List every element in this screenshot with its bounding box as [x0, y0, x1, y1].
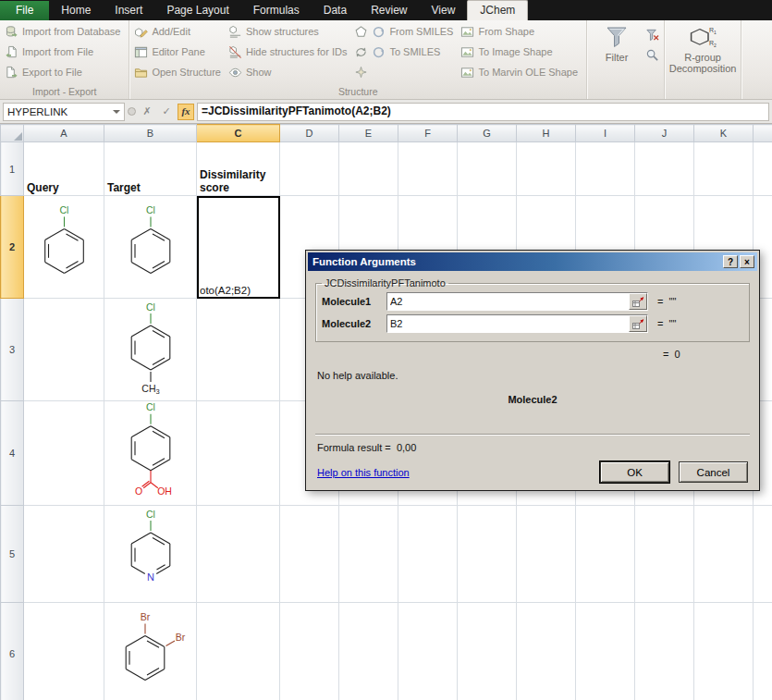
cell-A3[interactable]: [24, 299, 104, 401]
tab-data[interactable]: Data: [312, 1, 359, 20]
cell-partial-6[interactable]: [754, 603, 772, 700]
ring-tool-button[interactable]: [352, 21, 370, 42]
column-header-B[interactable]: B: [104, 125, 197, 142]
cell-C3[interactable]: [197, 299, 280, 401]
cell-partial-5[interactable]: [754, 506, 772, 603]
dialog-help-button[interactable]: ?: [723, 255, 738, 268]
cancel-button[interactable]: Cancel: [679, 461, 748, 483]
cell-B5[interactable]: NCl: [104, 506, 197, 603]
cell-B2[interactable]: Cl: [104, 196, 197, 299]
tab-page-layout[interactable]: Page Layout: [154, 1, 240, 20]
convert-tool-button[interactable]: [352, 42, 370, 62]
insert-function-button[interactable]: fx: [178, 104, 194, 120]
column-header-partial[interactable]: [754, 125, 772, 142]
cell-B4[interactable]: ClOOH: [104, 401, 197, 506]
cell-F1[interactable]: [398, 142, 458, 196]
help-on-function-link[interactable]: Help on this function: [317, 467, 410, 478]
rgroup-decomposition-button[interactable]: R1R2 R-group Decomposition: [668, 21, 738, 74]
ribbon-button-open-structure[interactable]: Open Structure: [132, 62, 227, 82]
formula-input[interactable]: =JCDissimilarityPFTanimoto(A2;B2): [197, 103, 769, 121]
ribbon-button-show[interactable]: Show: [227, 62, 352, 82]
ribbon-button-export-to-file[interactable]: Export to File: [3, 62, 126, 82]
tab-file[interactable]: File: [0, 1, 49, 20]
name-box[interactable]: HYPERLINK: [3, 103, 125, 121]
cell-E5[interactable]: [339, 506, 398, 603]
cell-A1[interactable]: Query: [24, 142, 104, 196]
column-header-D[interactable]: D: [280, 125, 339, 142]
clear-filter-button[interactable]: [643, 24, 661, 44]
cell-C6[interactable]: [197, 603, 280, 700]
cell-E1[interactable]: [339, 142, 398, 196]
name-box-dropdown-icon[interactable]: [113, 110, 120, 117]
cell-C5[interactable]: [197, 506, 280, 603]
column-header-K[interactable]: K: [694, 125, 754, 142]
cell-H6[interactable]: [517, 603, 576, 700]
cell-K5[interactable]: [694, 506, 754, 603]
cancel-formula-button[interactable]: ✗: [139, 104, 155, 120]
cell-F6[interactable]: [398, 603, 458, 700]
row-header-5[interactable]: 5: [1, 506, 24, 603]
ribbon-button-import-from-file[interactable]: Import from File: [3, 42, 126, 62]
ribbon-button-hide-structures-for-ids[interactable]: Hide structures for IDs: [227, 42, 352, 62]
cell-H1[interactable]: [517, 142, 576, 196]
cell-G5[interactable]: [458, 506, 517, 603]
ribbon-button-from-shape[interactable]: From Shape: [459, 21, 583, 42]
cell-K1[interactable]: [694, 142, 754, 196]
tab-formulas[interactable]: Formulas: [241, 1, 312, 20]
cell-C2[interactable]: oto(A2;B2): [197, 196, 280, 299]
cell-D5[interactable]: [280, 506, 339, 603]
tab-insert[interactable]: Insert: [103, 1, 154, 20]
row-header-3[interactable]: 3: [1, 299, 24, 401]
molecule1-collapse-dialog-button[interactable]: [629, 293, 647, 310]
cell-B6[interactable]: BrBr: [104, 603, 197, 700]
column-header-A[interactable]: A: [24, 125, 104, 142]
ribbon-button-import-from-database[interactable]: Import from Database: [3, 21, 126, 42]
clean-tool-button[interactable]: [352, 62, 370, 82]
molecule1-input[interactable]: [387, 293, 629, 310]
dialog-close-button[interactable]: ×: [740, 255, 754, 268]
row-header-1[interactable]: 1: [1, 142, 24, 196]
row-header-2[interactable]: 2: [1, 196, 24, 299]
cell-D6[interactable]: [280, 603, 339, 700]
cell-I1[interactable]: [576, 142, 635, 196]
cell-A5[interactable]: [24, 506, 104, 603]
tab-review[interactable]: Review: [359, 1, 419, 20]
column-header-E[interactable]: E: [339, 125, 398, 142]
cell-partial-1[interactable]: [754, 142, 772, 196]
cell-G6[interactable]: [458, 603, 517, 700]
cell-J5[interactable]: [635, 506, 694, 603]
column-header-F[interactable]: F: [398, 125, 458, 142]
ribbon-button-show-structures[interactable]: Show structures: [227, 21, 352, 42]
ribbon-button-to-image-shape[interactable]: To Image Shape: [459, 42, 583, 62]
column-header-C[interactable]: C: [197, 125, 280, 142]
cell-J1[interactable]: [635, 142, 694, 196]
row-header-6[interactable]: 6: [1, 603, 24, 700]
ribbon-button-to-smiles[interactable]: To SMILES: [370, 42, 459, 62]
cell-B1[interactable]: Target: [104, 142, 197, 196]
cell-I6[interactable]: [576, 603, 635, 700]
tab-view[interactable]: View: [420, 1, 468, 20]
ok-button[interactable]: OK: [600, 461, 669, 483]
select-all-corner[interactable]: [1, 125, 24, 142]
cell-I5[interactable]: [576, 506, 635, 603]
cell-A2[interactable]: Cl: [24, 196, 104, 299]
cell-K6[interactable]: [694, 603, 754, 700]
ribbon-button-to-marvin-ole-shape[interactable]: To Marvin OLE Shape: [459, 62, 583, 82]
enter-formula-button[interactable]: ✓: [158, 104, 175, 120]
column-header-G[interactable]: G: [458, 125, 517, 142]
ribbon-button-from-smiles[interactable]: From SMILES: [370, 21, 459, 42]
cell-E6[interactable]: [339, 603, 398, 700]
cell-G1[interactable]: [458, 142, 517, 196]
cell-C1[interactable]: Dissimilarity score: [197, 142, 280, 196]
tab-jchem[interactable]: JChem: [467, 0, 528, 20]
cell-H5[interactable]: [517, 506, 576, 603]
row-header-4[interactable]: 4: [1, 401, 24, 506]
filter-button[interactable]: Filter: [590, 21, 643, 63]
molecule2-input[interactable]: [387, 315, 629, 332]
cell-B3[interactable]: ClCH3: [104, 299, 197, 401]
ribbon-button-add-edit[interactable]: Add/Edit: [132, 21, 227, 42]
cell-F5[interactable]: [398, 506, 458, 603]
column-header-H[interactable]: H: [517, 125, 576, 142]
advanced-filter-button[interactable]: [643, 44, 661, 65]
column-header-I[interactable]: I: [576, 125, 635, 142]
